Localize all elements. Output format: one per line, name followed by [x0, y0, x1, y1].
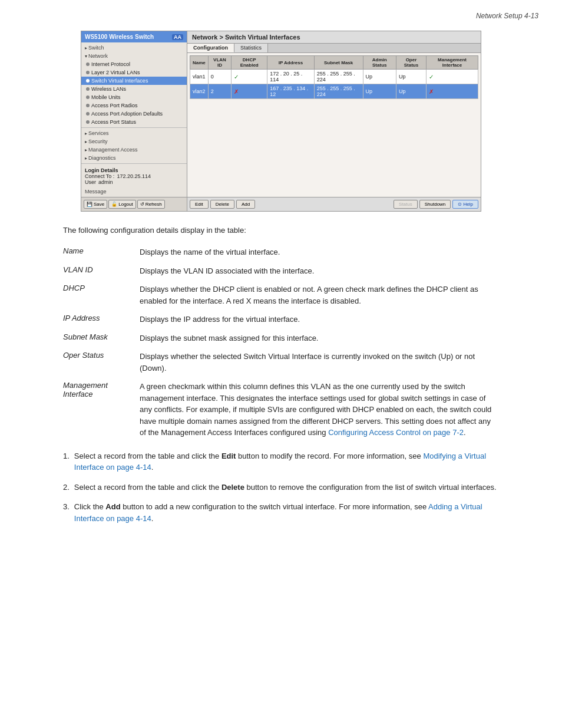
- step1-text-end: .: [151, 463, 154, 472]
- sidebar-item-security[interactable]: Security: [81, 137, 187, 146]
- sidebar-item-access-port-status[interactable]: Access Port Status: [81, 118, 187, 126]
- login-details-label: Login Details: [85, 167, 183, 173]
- field-desc-name: Displays the name of the virtual interfa…: [140, 246, 499, 258]
- shutdown-button[interactable]: Shutdown: [419, 200, 451, 209]
- save-button[interactable]: 💾 Save: [84, 200, 107, 209]
- message-label: Message: [85, 189, 107, 195]
- sidebar-wireless-lans-label: Wireless LANs: [91, 86, 126, 92]
- sidebar-item-access-port-adoption[interactable]: Access Port Adoption Defaults: [81, 110, 187, 118]
- col-mgmt: Management Interface: [427, 56, 478, 70]
- table-row[interactable]: vlan2 2 ✗ 167 . 235 . 134 . 12 255 . 255…: [190, 84, 478, 99]
- refresh-label: Refresh: [146, 202, 162, 207]
- add-button[interactable]: Add: [236, 200, 255, 209]
- bottom-buttons: Edit Delete Add Status Shutdown ⊙ Help: [187, 197, 481, 211]
- cell-oper: Up: [396, 84, 426, 99]
- cell-subnet: 255 . 255 . 255 . 224: [314, 70, 363, 84]
- step-3: Click the Add button to add a new config…: [63, 501, 499, 524]
- sidebar-item-switch[interactable]: Switch: [81, 44, 187, 52]
- step2-text-after: button to remove the configuration from …: [244, 483, 497, 492]
- save-label: Save: [94, 202, 104, 207]
- field-row-dhcp: DHCP Displays whether the DHCP client is…: [63, 284, 499, 307]
- sidebar-dot-icon: [86, 79, 90, 83]
- sidebar-diagnostics-label: Diagnostics: [88, 155, 116, 161]
- sidebar-access-port-status-label: Access Port Status: [91, 119, 136, 125]
- field-label-subnet: Subnet Mask: [63, 332, 140, 341]
- tab-statistics[interactable]: Statistics: [234, 44, 268, 52]
- table-row[interactable]: vlan1 0 ✓ 172 . 20 . 25 . 114 255 . 255 …: [190, 70, 478, 84]
- field-row-ip: IP Address Displays the IP address for t…: [63, 314, 499, 325]
- step3-text-before: Click the: [74, 502, 105, 511]
- field-desc-mgmt-interface: A green checkmark within this column def…: [140, 381, 499, 439]
- cell-oper: Up: [396, 70, 426, 84]
- logout-button[interactable]: 🔓 Logout: [108, 200, 135, 209]
- col-admin: Admin Status: [363, 56, 396, 70]
- configuring-access-control-link[interactable]: Configuring Access Control on page 7-2: [328, 428, 464, 437]
- sidebar-dot-icon: [86, 95, 90, 99]
- cell-vlan-id: 2: [208, 84, 231, 99]
- sidebar-item-switch-virtual-interfaces[interactable]: Switch Virtual Interfaces: [81, 77, 187, 85]
- check-green-icon: ✓: [234, 74, 239, 80]
- field-desc-dhcp: Displays whether the DHCP client is enab…: [140, 284, 499, 307]
- field-label-ip: IP Address: [63, 314, 140, 322]
- login-user-row: User admin: [85, 179, 183, 185]
- sidebar-item-services[interactable]: Services: [81, 129, 187, 137]
- cell-subnet: 255 . 255 . 255 . 224: [314, 84, 363, 99]
- cell-dhcp: ✗: [232, 84, 267, 99]
- sidebar-internet-protocol-label: Internet Protocol: [91, 61, 130, 67]
- sidebar-item-access-port-radios[interactable]: Access Port Radios: [81, 101, 187, 110]
- edit-button[interactable]: Edit: [190, 200, 209, 209]
- sidebar-mobile-units-label: Mobile Units: [91, 94, 121, 100]
- col-subnet: Subnet Mask: [314, 56, 363, 70]
- sidebar-services-label: Services: [88, 130, 109, 136]
- field-label-oper-status: Oper Status: [63, 351, 140, 360]
- field-row-oper-status: Oper Status Displays whether the selecte…: [63, 351, 499, 374]
- help-label: Help: [464, 202, 473, 207]
- sidebar-item-diagnostics[interactable]: Diagnostics: [81, 154, 187, 162]
- step1-bold: Edit: [222, 452, 236, 460]
- help-button[interactable]: ⊙ Help: [452, 200, 478, 209]
- logout-icon: 🔓: [111, 202, 117, 207]
- save-icon: 💾: [87, 202, 92, 207]
- sidebar-dot-icon: [86, 71, 90, 74]
- sidebar-mgmt-access-label: Management Access: [88, 147, 138, 153]
- check-red-icon: ✗: [429, 88, 434, 95]
- col-vlan-id: VLAN ID: [208, 56, 231, 70]
- field-label-dhcp: DHCP: [63, 284, 140, 292]
- sidebar-item-wireless-lans[interactable]: Wireless LANs: [81, 85, 187, 93]
- refresh-button[interactable]: ↺ Refresh: [137, 200, 165, 209]
- sidebar: WS5100 Wireless Switch AA Switch Network…: [81, 31, 187, 211]
- sidebar-dot-icon: [86, 104, 90, 107]
- sidebar-item-layer2-vlans[interactable]: Layer 2 Virtual LANs: [81, 68, 187, 77]
- main-content: Network > Switch Virtual Interfaces Conf…: [187, 31, 481, 211]
- sidebar-network-label: Network: [88, 53, 108, 59]
- tab-bar: Configuration Statistics: [187, 44, 481, 53]
- field-desc-vlan-id: Displays the VLAN ID associated with the…: [140, 265, 499, 277]
- field-label-vlan-id: VLAN ID: [63, 265, 140, 274]
- delete-button[interactable]: Delete: [210, 200, 234, 209]
- field-row-mgmt-interface: Management Interface A green checkmark w…: [63, 381, 499, 439]
- connect-to-label: Connect To :: [85, 173, 114, 179]
- sidebar-dot-icon: [86, 112, 90, 116]
- login-connect-row: Connect To : 172.20.25.114: [85, 173, 183, 179]
- bottom-btn-group-right: Status Shutdown ⊙ Help: [394, 200, 478, 209]
- page-ref: Network Setup 4-13: [476, 12, 538, 20]
- sidebar-item-internet-protocol[interactable]: Internet Protocol: [81, 60, 187, 68]
- sidebar-item-mgmt-access[interactable]: Management Access: [81, 146, 187, 154]
- sidebar-item-network[interactable]: Network: [81, 52, 187, 60]
- step3-text-end: .: [151, 514, 154, 523]
- sidebar-item-mobile-units[interactable]: Mobile Units: [81, 93, 187, 101]
- tab-configuration[interactable]: Configuration: [187, 44, 234, 52]
- step-2: Select a record from the table and click…: [63, 482, 499, 493]
- step-1-content: Select a record from the table and click…: [74, 450, 499, 473]
- sidebar-svi-label: Switch Virtual Interfaces: [91, 78, 148, 84]
- sidebar-title-text: WS5100 Wireless Switch: [85, 34, 154, 40]
- cell-mgmt: ✓: [427, 70, 478, 84]
- sidebar-access-port-radios-label: Access Port Radios: [91, 103, 138, 108]
- field-desc-ip: Displays the IP address for the virtual …: [140, 314, 499, 325]
- cell-name: vlan2: [190, 84, 209, 99]
- step-3-content: Click the Add button to add a new config…: [74, 501, 499, 524]
- status-button[interactable]: Status: [394, 200, 418, 209]
- sidebar-section: Switch Network Internet Protocol Layer 2…: [81, 42, 187, 197]
- cell-mgmt: ✗: [427, 84, 478, 99]
- step3-bold: Add: [105, 502, 120, 511]
